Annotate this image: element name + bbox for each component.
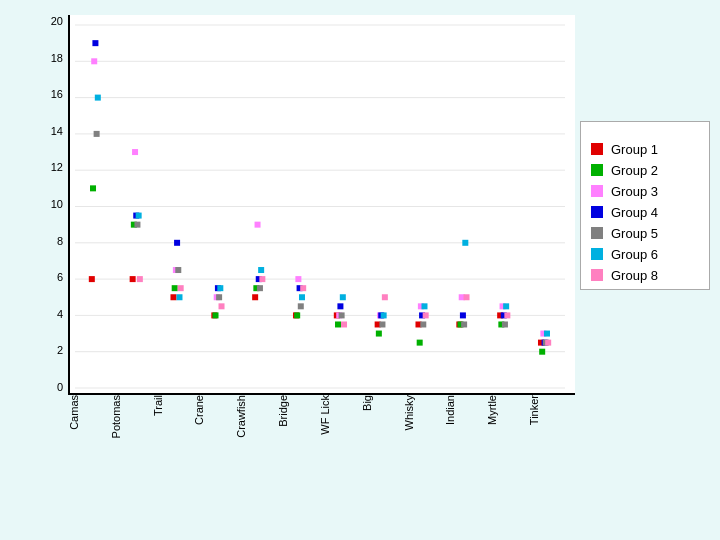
y-tick: 10: [51, 198, 63, 210]
y-tick: 0: [57, 381, 63, 393]
data-point: [298, 303, 304, 309]
legend-item: Group 8: [591, 268, 709, 283]
x-tick: Big: [361, 395, 403, 411]
data-point: [539, 349, 545, 355]
legend-label: Group 6: [611, 247, 658, 262]
data-point: [89, 276, 95, 282]
data-point: [95, 95, 101, 101]
y-tick: 20: [51, 15, 63, 27]
data-point: [545, 340, 551, 346]
y-tick: 14: [51, 125, 63, 137]
data-point: [136, 213, 142, 219]
legend-item: Group 2: [591, 163, 709, 178]
data-point: [170, 294, 176, 300]
data-point: [421, 303, 427, 309]
x-tick: Bridge: [277, 395, 319, 427]
data-point: [300, 285, 306, 291]
data-point: [464, 294, 470, 300]
legend-color-box: [591, 164, 603, 176]
data-point: [299, 294, 305, 300]
data-point: [178, 285, 184, 291]
data-point: [90, 185, 96, 191]
x-tick: Myrtle: [486, 395, 528, 425]
data-point: [335, 321, 341, 327]
data-point: [252, 294, 258, 300]
data-point: [337, 303, 343, 309]
data-point: [420, 321, 426, 327]
legend-label: Group 5: [611, 226, 658, 241]
data-point: [503, 303, 509, 309]
legend-color-box: [591, 206, 603, 218]
y-axis-ticks: 20181614121086420: [40, 15, 68, 395]
data-point: [132, 149, 138, 155]
y-tick: 16: [51, 88, 63, 100]
legend-item: Group 4: [591, 205, 709, 220]
data-point: [417, 340, 423, 346]
x-labels-row: CamasPotomasTrailCraneCrawfishBridgeWF L…: [68, 395, 570, 475]
y-tick: 4: [57, 308, 63, 320]
data-point: [340, 294, 346, 300]
plot-and-legend: 20181614121086420 Group 1Group 2Group 3G…: [40, 15, 710, 395]
y-tick: 2: [57, 344, 63, 356]
data-point: [172, 285, 178, 291]
legend-color-box: [591, 248, 603, 260]
data-point: [504, 312, 510, 318]
data-point: [258, 267, 264, 273]
chart-svg: [70, 15, 575, 393]
x-tick: Crane: [193, 395, 235, 425]
data-point: [379, 321, 385, 327]
x-tick: Indian: [444, 395, 486, 425]
legend-color-box: [591, 143, 603, 155]
x-tick: Potomas: [110, 395, 152, 438]
legend-item: Group 3: [591, 184, 709, 199]
legend-label: Group 1: [611, 142, 658, 157]
x-tick: Trail: [152, 395, 194, 416]
x-axis-labels: CamasPotomasTrailCraneCrawfishBridgeWF L…: [40, 395, 710, 475]
legend-item: Group 5: [591, 226, 709, 241]
data-point: [295, 276, 301, 282]
legend-color-box: [591, 227, 603, 239]
data-point: [257, 285, 263, 291]
y-tick: 6: [57, 271, 63, 283]
y-tick: 12: [51, 161, 63, 173]
x-tick: WF Lick: [319, 395, 361, 435]
data-point: [460, 312, 466, 318]
legend-label: Group 8: [611, 268, 658, 283]
data-point: [294, 312, 300, 318]
data-point: [94, 131, 100, 137]
data-point: [255, 222, 261, 228]
y-tick: 8: [57, 235, 63, 247]
legend-item: Group 1: [591, 142, 709, 157]
data-point: [130, 276, 136, 282]
data-point: [216, 294, 222, 300]
data-point: [502, 321, 508, 327]
data-point: [174, 240, 180, 246]
data-point: [92, 40, 98, 46]
data-point: [341, 321, 347, 327]
legend-item: Group 6: [591, 247, 709, 262]
legend-color-box: [591, 185, 603, 197]
data-point: [137, 276, 143, 282]
main-container: 20181614121086420 Group 1Group 2Group 3G…: [0, 0, 720, 540]
data-point: [91, 58, 97, 64]
data-point: [381, 312, 387, 318]
x-tick: Crawfish: [235, 395, 277, 438]
x-tick: Camas: [68, 395, 110, 430]
y-axis-label: [10, 15, 40, 475]
y-tick: 18: [51, 52, 63, 64]
data-point: [462, 240, 468, 246]
legend: Group 1Group 2Group 3Group 4Group 5Group…: [580, 121, 710, 290]
x-tick: Tinker: [528, 395, 570, 425]
data-point: [175, 267, 181, 273]
data-point: [176, 294, 182, 300]
data-point: [219, 303, 225, 309]
data-point: [134, 222, 140, 228]
chart-inner: 20181614121086420 Group 1Group 2Group 3G…: [40, 15, 710, 475]
legend-label: Group 4: [611, 205, 658, 220]
data-point: [213, 312, 219, 318]
data-point: [339, 312, 345, 318]
x-tick: Whisky: [403, 395, 445, 430]
data-point: [382, 294, 388, 300]
x-label-spacer: [40, 395, 68, 475]
data-point: [423, 312, 429, 318]
